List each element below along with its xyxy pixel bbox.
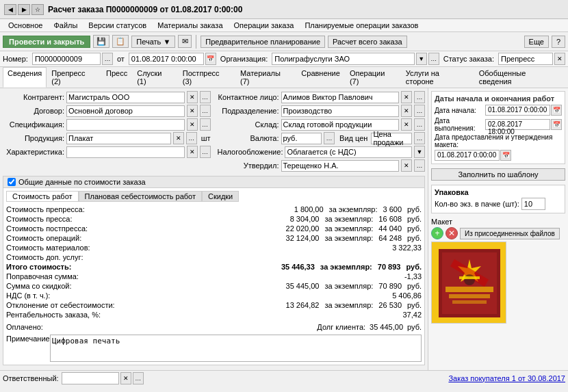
help-button[interactable]: ?: [552, 36, 565, 48]
vid-cen-field[interactable]: Цена продажи: [371, 133, 412, 144]
cost-section-content: Стоимость работ Плановая себестоимость р…: [3, 188, 425, 365]
packing-value[interactable]: 10: [521, 198, 545, 210]
close-x[interactable]: ✕: [554, 53, 565, 65]
tab-services[interactable]: Услуги на стороне: [401, 67, 474, 88]
char-clear[interactable]: ✕: [187, 146, 198, 158]
utverdil-field[interactable]: Терещенко Н.А.: [281, 160, 400, 172]
dept-field[interactable]: Производство: [281, 105, 400, 117]
product-field[interactable]: Плакат: [66, 133, 171, 144]
menu-osnov[interactable]: Основное: [3, 19, 48, 31]
utverdil-pick[interactable]: …: [414, 159, 425, 172]
product-pick[interactable]: …: [186, 132, 197, 144]
cost-section-checkbox[interactable]: [8, 178, 16, 186]
note-field[interactable]: Цифровая печать: [50, 335, 422, 362]
org-field[interactable]: Полиграфуслуги ЗАО: [272, 53, 414, 65]
utverdil-clear[interactable]: ✕: [401, 159, 412, 172]
responsible-field[interactable]: [62, 372, 119, 384]
cost-tab-work[interactable]: Стоимость работ: [6, 191, 79, 202]
kontragent-clear[interactable]: ✕: [187, 91, 198, 103]
contact-clear[interactable]: ✕: [401, 91, 412, 103]
kontragent-field[interactable]: Магистраль ООО: [66, 92, 185, 103]
add-maketa-btn[interactable]: +: [431, 227, 443, 239]
org-btn[interactable]: ▼: [416, 53, 427, 65]
currency-field[interactable]: руб.: [281, 133, 322, 144]
menu-operations[interactable]: Операции заказа: [229, 19, 300, 31]
sklad-row: Склад: Склад готовой продукции ✕ …: [218, 118, 426, 131]
char-field[interactable]: [66, 146, 185, 158]
save-button[interactable]: 💾: [93, 35, 109, 48]
contact-field[interactable]: Алимов Виктор Павлович: [281, 92, 400, 103]
copy-button[interactable]: 📋: [112, 35, 129, 48]
del-maketa-btn[interactable]: ✕: [446, 227, 458, 239]
forward-button[interactable]: ▶: [18, 4, 30, 15]
tab-prepress[interactable]: Препресс (2): [47, 67, 101, 88]
nalog-pick[interactable]: ▼: [414, 146, 425, 158]
order-link[interactable]: Заказ покупателя 1 от 30.08.2017: [448, 374, 565, 382]
nalog-field[interactable]: Облагается (с НДС): [285, 146, 412, 158]
char-pick[interactable]: …: [200, 146, 211, 158]
cost-tab-discounts[interactable]: Скидки: [202, 191, 239, 202]
dogovor-pick[interactable]: …: [200, 105, 211, 117]
spec-clear[interactable]: ✕: [187, 118, 198, 131]
status-field[interactable]: Препресс: [498, 53, 553, 65]
responsible-pick[interactable]: …: [133, 372, 144, 384]
tab-sluski[interactable]: Слуски (1): [132, 67, 178, 88]
date-end-value[interactable]: 02.08.2017 18:00:00: [485, 119, 550, 130]
date-btn[interactable]: 📅: [205, 53, 216, 65]
currency-pick[interactable]: …: [324, 132, 335, 144]
number-btn[interactable]: …: [102, 53, 113, 65]
email-button[interactable]: ✉: [178, 35, 192, 48]
tab-materials[interactable]: Материалы (7): [235, 67, 296, 88]
sklad-clear[interactable]: ✕: [401, 118, 412, 131]
tab-srav[interactable]: Сравнение: [296, 67, 345, 88]
dept-clear[interactable]: ✕: [401, 105, 412, 117]
dogovor-field[interactable]: Основной договор: [66, 105, 185, 117]
cost-section-header[interactable]: Общие данные по стоимости заказа: [3, 176, 425, 188]
menu-planned[interactable]: Планируемые операции заказов: [299, 19, 424, 31]
tab-press[interactable]: Пресс: [101, 67, 132, 88]
tab-postpress[interactable]: Постпресс (3): [178, 67, 235, 88]
cost-values-4: 3 322,33: [392, 244, 422, 252]
date-approve-btn[interactable]: 📅: [500, 150, 511, 161]
packing-section: Упаковка Кол-во экз. в пачке (шт): 10: [431, 185, 565, 213]
kontragent-pick[interactable]: …: [200, 91, 211, 103]
conduct-close-button[interactable]: Провести и закрыть: [3, 36, 90, 48]
print-button[interactable]: Печать ▼: [131, 36, 175, 48]
date-start-value[interactable]: 01.08.2017 0:00:00: [485, 105, 550, 116]
product-clear[interactable]: ✕: [173, 132, 184, 144]
tab-operations[interactable]: Операции (7): [345, 67, 401, 88]
fields-grid: Контрагент: Магистраль ООО ✕ … Договор: …: [3, 91, 425, 173]
dept-pick[interactable]: …: [414, 105, 425, 117]
maketa-section: Макет + ✕ Из присоединенных файлов: [431, 218, 565, 324]
from-files-button[interactable]: Из присоединенных файлов: [460, 228, 560, 239]
sklad-field[interactable]: Склад готовой продукции: [281, 119, 400, 131]
date-start-btn[interactable]: 📅: [551, 105, 562, 116]
menu-versions[interactable]: Версии статусов: [83, 19, 152, 31]
menu-materials[interactable]: Материалы заказа: [152, 19, 228, 31]
date-field[interactable]: 01.08.2017 0:00:00: [129, 53, 204, 65]
dogovor-clear[interactable]: ✕: [187, 105, 198, 117]
date-approve-value[interactable]: 01.08.2017 0:00:00: [435, 150, 500, 161]
cost-tab-planned[interactable]: Плановая себестоимость работ: [79, 191, 202, 202]
calc-all-button[interactable]: Расчет всего заказа: [328, 36, 407, 48]
sklad-pick[interactable]: …: [414, 118, 425, 131]
planning-button[interactable]: Предварительное планирование: [201, 36, 325, 48]
cost-values-11: 37,42: [402, 311, 422, 319]
menu-files[interactable]: Файлы: [48, 19, 83, 31]
vid-cen-pick[interactable]: …: [414, 132, 425, 144]
responsible-clear[interactable]: ✕: [120, 372, 131, 384]
spec-pick[interactable]: …: [200, 118, 211, 131]
more-button[interactable]: Еще: [524, 36, 549, 48]
contact-pick[interactable]: …: [414, 91, 425, 103]
cost-row-11: Рентабельность заказа, %: 37,42: [6, 310, 422, 319]
fill-template-button[interactable]: Заполнить по шаблону: [431, 168, 565, 181]
spec-field[interactable]: [66, 119, 185, 131]
date-end-btn[interactable]: 📅: [551, 119, 562, 130]
tab-general[interactable]: Обобщенные сведения: [474, 67, 565, 88]
number-field[interactable]: П0000000009: [32, 53, 101, 65]
back-button[interactable]: ◀: [4, 4, 16, 15]
star-button[interactable]: ☆: [31, 4, 44, 15]
tab-sved[interactable]: Сведения: [3, 67, 47, 88]
cost-per-7: -1,33: [404, 272, 422, 280]
org-edit-btn[interactable]: …: [428, 53, 439, 65]
